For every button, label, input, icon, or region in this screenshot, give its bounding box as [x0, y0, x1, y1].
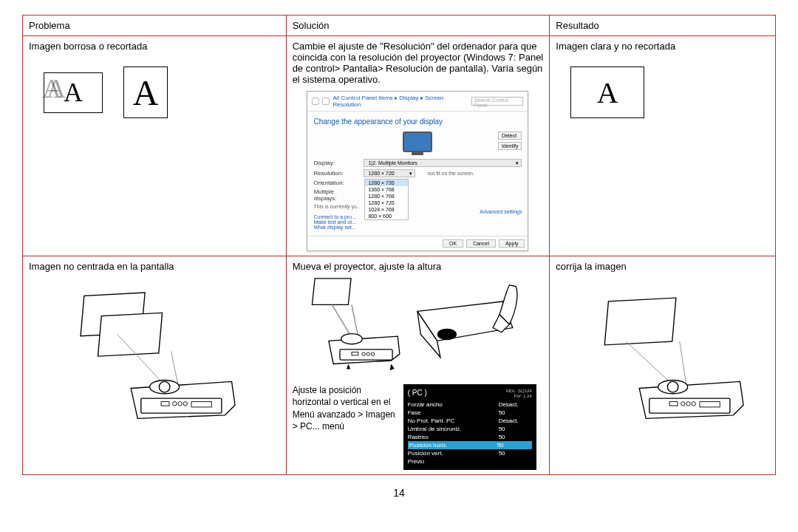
- osd-key: Rastreo: [408, 434, 499, 440]
- row2-problem-cell: Imagen no centrada en la pantalla: [23, 256, 287, 475]
- projector-move-hand-icon: [411, 272, 529, 377]
- row1-problem-title: Imagen borrosa o recortada: [29, 41, 280, 52]
- search-input[interactable]: Search Control Panel: [471, 97, 523, 106]
- list-item[interactable]: 1024 × 768: [365, 206, 408, 213]
- row1-result-cell: Imagen clara y no recortada A: [550, 36, 776, 256]
- svg-point-31: [692, 402, 695, 406]
- svg-point-18: [361, 352, 364, 355]
- svg-point-10: [183, 402, 187, 406]
- svg-point-8: [172, 402, 176, 406]
- resolution-select[interactable]: 1280 × 720▾ 1280 × 720 1360 × 768 1280 ×…: [364, 169, 415, 177]
- row1-problem-cell: Imagen borrosa o recortada A A A A: [23, 36, 287, 256]
- svg-rect-1: [98, 313, 162, 356]
- osd-value: [499, 458, 532, 465]
- osd-row[interactable]: Posición vert.50: [408, 449, 532, 457]
- detect-button[interactable]: Detect: [498, 132, 522, 140]
- cropped-a-icon: A: [123, 66, 168, 118]
- osd-value: 50: [499, 426, 532, 432]
- identify-button[interactable]: Identify: [498, 142, 522, 150]
- back-icon: [312, 98, 319, 105]
- dialog-heading: Change the appearance of your display: [313, 117, 522, 126]
- advanced-settings-link[interactable]: Advanced settings: [480, 209, 522, 214]
- osd-key: Previo: [408, 458, 499, 465]
- projector-miscentered-icon: [58, 281, 250, 429]
- osd-row[interactable]: Rastreo50: [408, 433, 532, 441]
- text-size-link[interactable]: Make text and ot...: [313, 219, 522, 225]
- osd-key: Fase: [408, 409, 499, 416]
- projector-adjust-height-icon: [293, 272, 411, 377]
- svg-rect-12: [312, 279, 351, 305]
- svg-rect-7: [161, 402, 169, 406]
- svg-point-9: [178, 402, 182, 406]
- row2-result-title: corrija la imagen: [556, 261, 769, 272]
- display-select[interactable]: 1|2. Multiple Monitors▾: [364, 159, 522, 167]
- apply-button[interactable]: Apply: [499, 239, 525, 248]
- main-display-note: This is currently yo...: [313, 204, 522, 209]
- osd-row[interactable]: Umbral de sincroniz.50: [408, 425, 532, 433]
- header-problema: Problema: [23, 16, 287, 36]
- svg-rect-32: [700, 402, 720, 407]
- list-item[interactable]: 1280 × 720: [365, 180, 408, 186]
- orientation-label: Orientation:: [313, 180, 358, 186]
- svg-rect-15: [340, 349, 392, 360]
- svg-line-13: [332, 304, 352, 337]
- svg-point-27: [667, 381, 678, 392]
- chevron-down-icon: ▾: [409, 171, 412, 177]
- svg-rect-22: [604, 298, 676, 345]
- svg-point-30: [686, 402, 689, 406]
- svg-line-3: [171, 351, 178, 384]
- osd-value: 50: [499, 450, 532, 457]
- resolution-dropdown: 1280 × 720 1360 × 768 1280 × 768 1280 × …: [364, 179, 409, 220]
- page-number: 14: [22, 487, 776, 499]
- osd-fw: FW: 1.24: [506, 394, 532, 399]
- row1-result-title: Imagen clara y no recortada: [556, 41, 769, 52]
- osd-row[interactable]: Posición horiz.50: [408, 441, 532, 449]
- svg-point-21: [437, 329, 456, 339]
- svg-line-24: [679, 341, 686, 385]
- list-item[interactable]: 800 × 600: [365, 213, 408, 219]
- row2-result-cell: corrija la imagen: [550, 256, 776, 475]
- row1-solution-cell: Cambie el ajuste de "Resolución" del ord…: [286, 36, 550, 256]
- troubleshooting-table: Problema Solución Resultado Imagen borro…: [22, 15, 776, 475]
- osd-row[interactable]: Forzar anchoDesact.: [408, 400, 532, 409]
- osd-key: Forzar ancho: [408, 401, 499, 408]
- table-row: Imagen borrosa o recortada A A A A Cambi…: [23, 36, 776, 256]
- list-item[interactable]: 1280 × 720: [365, 200, 408, 206]
- osd-row[interactable]: No Prot. Pant. PCDesact.: [408, 417, 532, 425]
- svg-point-6: [159, 381, 170, 392]
- cancel-button[interactable]: Cancel: [466, 239, 496, 248]
- connect-link[interactable]: Connect to a pro...: [313, 214, 522, 219]
- osd-row[interactable]: Previo: [408, 457, 532, 466]
- display-settings-link[interactable]: What display set...: [313, 225, 522, 230]
- list-item[interactable]: 1280 × 768: [365, 193, 408, 200]
- svg-line-23: [626, 341, 673, 385]
- svg-point-19: [366, 352, 369, 355]
- osd-value: 50: [497, 442, 531, 449]
- osd-key: Posición vert.: [408, 450, 499, 457]
- osd-value: 50: [499, 434, 532, 440]
- osd-key: Posición horiz.: [409, 442, 497, 449]
- ok-button[interactable]: OK: [443, 239, 463, 248]
- clear-a-icon: A: [570, 66, 644, 118]
- table-row: Imagen no centrada en la pantalla: [23, 256, 776, 475]
- breadcrumb: All Control Panel Items ▸ Display ▸ Scre…: [332, 95, 468, 108]
- svg-point-29: [681, 402, 684, 406]
- svg-rect-17: [352, 352, 358, 355]
- header-solucion: Solución: [286, 16, 550, 36]
- osd-model: MDL: SQ124: [506, 389, 532, 394]
- windows-resolution-dialog: All Control Panel Items ▸ Display ▸ Scre…: [307, 91, 528, 251]
- multiple-label: Multiple displays:: [313, 188, 358, 202]
- osd-value: Desact.: [499, 401, 532, 408]
- header-resultado: Resultado: [550, 16, 776, 36]
- recommended-note: not fit on the screen.: [427, 171, 474, 176]
- list-item[interactable]: 1360 × 768: [365, 186, 408, 193]
- row2-solution-text: Ajuste la posición horizontal o vertical…: [293, 384, 396, 432]
- svg-line-14: [352, 304, 358, 337]
- svg-rect-28: [669, 402, 678, 406]
- svg-point-16: [341, 334, 361, 344]
- osd-value: Desact.: [499, 417, 532, 424]
- svg-rect-11: [191, 402, 211, 407]
- row2-problem-title: Imagen no centrada en la pantalla: [29, 261, 280, 272]
- osd-row[interactable]: Fase50: [408, 409, 532, 417]
- row2-solution-cell: Mueva el proyector, ajuste la altura: [286, 256, 550, 475]
